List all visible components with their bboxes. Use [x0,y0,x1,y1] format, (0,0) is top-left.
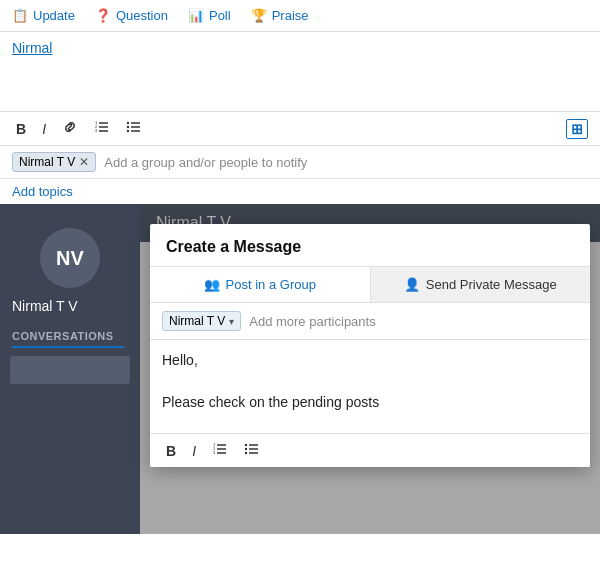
modal-italic-button[interactable]: I [188,441,200,461]
chevron-down-icon[interactable]: ▾ [229,316,234,327]
modal-bold-button[interactable]: B [162,441,180,461]
private-message-icon: 👤 [404,277,420,292]
question-label: Question [116,8,168,23]
bullet-list-icon [126,120,142,134]
modal-tabs: 👥 Post in a Group 👤 Send Private Message [150,267,590,303]
modal-numbered-list-icon: 1 2 3 [212,442,228,456]
sidebar: NV Nirmal T V CONVERSATIONS [0,204,140,534]
svg-text:3: 3 [213,450,216,455]
format-toolbar: B I 1 2 3 ⊞ [0,112,600,146]
svg-point-11 [127,130,129,132]
modal-title: Create a Message [150,224,590,267]
bold-button[interactable]: B [12,119,30,139]
tab-private-message-label: Send Private Message [426,277,557,292]
poll-icon: 📊 [188,8,204,23]
tab-post-group-label: Post in a Group [226,277,316,292]
svg-point-10 [127,126,129,128]
modal-format-bar: B I 1 2 3 [150,433,590,467]
update-label: Update [33,8,75,23]
top-toolbar: 📋 Update ❓ Question 📊 Poll 🏆 Praise [0,0,600,32]
notify-tag-label: Nirmal T V [19,155,75,169]
svg-point-9 [127,122,129,124]
svg-point-22 [245,448,247,450]
notify-tag[interactable]: Nirmal T V ✕ [12,152,96,172]
remove-tag-button[interactable]: ✕ [79,156,89,168]
message-textarea[interactable]: Hello, Please check on the pending posts [150,340,590,430]
question-icon: ❓ [95,8,111,23]
numbered-list-button[interactable]: 1 2 3 [90,118,114,139]
background-panel: NV Nirmal T V CONVERSATIONS Nirmal T V C… [0,204,600,534]
tab-post-in-group[interactable]: 👥 Post in a Group [150,267,371,302]
participants-row: Nirmal T V ▾ Add more participants [150,303,590,340]
italic-button[interactable]: I [38,119,50,139]
toolbar-question[interactable]: ❓ Question [95,8,168,23]
poll-label: Poll [209,8,231,23]
tab-send-private-message[interactable]: 👤 Send Private Message [371,267,591,302]
expand-button[interactable]: ⊞ [566,119,588,139]
avatar: NV [40,228,100,288]
editor-area[interactable]: Nirmal [0,32,600,112]
participant-tag[interactable]: Nirmal T V ▾ [162,311,241,331]
toolbar-praise[interactable]: 🏆 Praise [251,8,309,23]
post-group-icon: 👥 [204,277,220,292]
toolbar-update[interactable]: 📋 Update [12,8,75,23]
svg-text:3: 3 [95,128,98,133]
conversations-divider [12,346,124,348]
add-participants-input[interactable]: Add more participants [249,314,375,329]
notify-bar: Nirmal T V ✕ Add a group and/or people t… [0,146,600,179]
sidebar-search[interactable] [10,356,130,384]
link-button[interactable] [58,118,82,139]
notify-placeholder: Add a group and/or people to notify [104,155,307,170]
create-message-modal: Create a Message 👥 Post in a Group 👤 Sen… [150,224,590,467]
update-icon: 📋 [12,8,28,23]
praise-label: Praise [272,8,309,23]
svg-point-21 [245,444,247,446]
modal-overlay: Create a Message 👥 Post in a Group 👤 Sen… [140,204,600,534]
praise-icon: 🏆 [251,8,267,23]
sidebar-user-name: Nirmal T V [0,298,140,314]
editor-author: Nirmal [12,40,588,56]
participant-name: Nirmal T V [169,314,225,328]
link-icon [62,120,78,134]
main-content: Nirmal T V Create a Message 👥 Post in a … [140,204,600,534]
modal-bullet-list-icon [244,442,260,456]
modal-numbered-list-button[interactable]: 1 2 3 [208,440,232,461]
numbered-list-icon: 1 2 3 [94,120,110,134]
modal-bullet-list-button[interactable] [240,440,264,461]
toolbar-poll[interactable]: 📊 Poll [188,8,231,23]
conversations-label: CONVERSATIONS [0,314,140,346]
add-topics-link[interactable]: Add topics [0,179,600,204]
svg-point-23 [245,452,247,454]
bullet-list-button[interactable] [122,118,146,139]
